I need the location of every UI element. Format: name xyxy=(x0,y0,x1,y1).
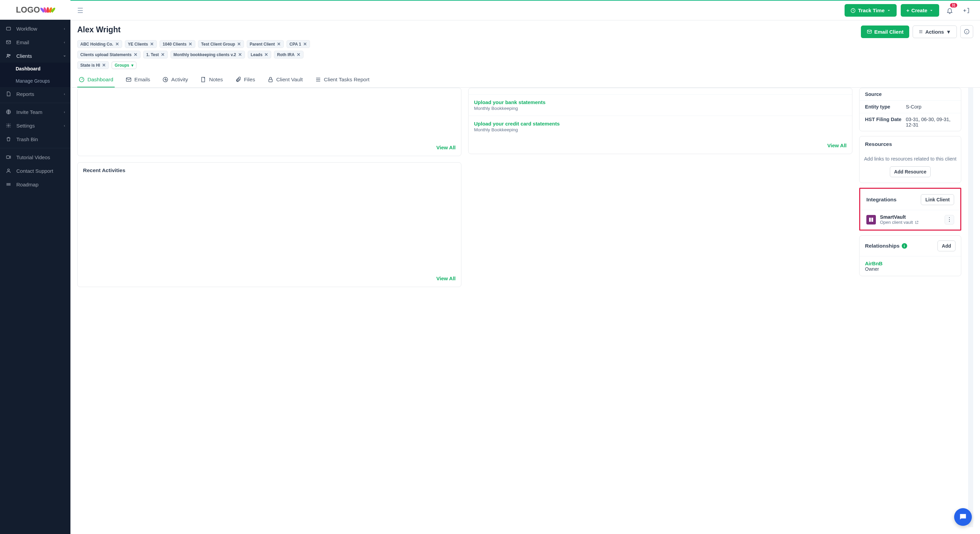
actions-dropdown[interactable]: Actions ▼ xyxy=(913,25,957,38)
integration-item[interactable]: SmartVault Open client vault ⋮ xyxy=(861,210,959,229)
tag-chip[interactable]: Clients upload Statements✕ xyxy=(77,51,140,59)
menu-toggle[interactable]: ☰ xyxy=(77,6,83,14)
clock-icon xyxy=(850,8,856,13)
tag-chip[interactable]: Parent Client✕ xyxy=(247,40,284,48)
nav-clients-manage-groups[interactable]: Manage Groups xyxy=(0,75,70,87)
view-all-link[interactable]: View All xyxy=(78,139,461,156)
nav-email[interactable]: Email ‹ xyxy=(0,35,70,49)
nav-clients[interactable]: Clients ‹ xyxy=(0,49,70,63)
scrollbar[interactable] xyxy=(968,88,973,527)
tag-chip[interactable]: YE Clients✕ xyxy=(125,40,157,48)
chat-widget[interactable] xyxy=(954,508,972,526)
gear-icon xyxy=(5,122,11,129)
info-icon[interactable]: i xyxy=(902,243,907,249)
topbar: ☰ Track Time + Create 31 xyxy=(70,1,980,21)
integration-sublink[interactable]: Open client vault xyxy=(880,220,940,225)
close-icon[interactable]: ✕ xyxy=(277,41,281,47)
external-link-icon xyxy=(915,220,919,224)
close-icon[interactable]: ✕ xyxy=(161,52,165,57)
close-icon[interactable]: ✕ xyxy=(297,52,301,57)
nav-clients-dashboard[interactable]: Dashboard xyxy=(0,63,70,75)
close-icon[interactable]: ✕ xyxy=(189,41,192,47)
close-icon[interactable]: ✕ xyxy=(115,41,119,47)
close-icon[interactable]: ✕ xyxy=(150,41,154,47)
relationship-item[interactable]: AirBnB Owner xyxy=(859,256,961,276)
nav-support[interactable]: Contact Support xyxy=(0,164,70,178)
email-client-button[interactable]: Email Client xyxy=(861,25,909,38)
detail-row: Source xyxy=(859,88,961,100)
nav-tutorial[interactable]: Tutorial Videos xyxy=(0,150,70,164)
link-client-button[interactable]: Link Client xyxy=(921,194,954,205)
globe-icon xyxy=(5,109,11,115)
detail-key: Source xyxy=(865,92,906,97)
tab-vault[interactable]: Client Vault xyxy=(266,72,304,87)
nav-label: Workflow xyxy=(16,26,37,32)
card-title: Resources xyxy=(859,137,961,152)
client-name: Alex Wright xyxy=(77,25,856,34)
nav-roadmap[interactable]: Roadmap xyxy=(0,178,70,191)
resources-hint: Add links to resources related to this c… xyxy=(859,152,961,166)
activity-icon xyxy=(162,76,169,83)
task-title: Upload your credit card statements xyxy=(474,121,846,127)
exit-icon xyxy=(963,7,970,14)
close-icon[interactable]: ✕ xyxy=(264,52,268,57)
tag-chip[interactable]: Roth IRA✕ xyxy=(274,51,303,59)
groups-dropdown[interactable]: Groups ▾ xyxy=(111,62,137,69)
recent-activities-card: Recent Activities View All xyxy=(77,162,461,287)
tab-tasks-report[interactable]: Client Tasks Report xyxy=(314,72,371,87)
logo[interactable]: LOGO xyxy=(0,0,70,20)
nav-invite-team[interactable]: Invite Team ‹ xyxy=(0,105,70,119)
nav-label: Invite Team xyxy=(16,109,42,115)
resources-card: Resources Add links to resources related… xyxy=(859,136,961,183)
close-icon[interactable]: ✕ xyxy=(303,41,307,47)
task-subtitle: Monthly Bookkeeping xyxy=(474,106,846,111)
nav-reports[interactable]: Reports ‹ xyxy=(0,87,70,101)
view-all-link[interactable]: View All xyxy=(78,270,461,287)
card-title: Recent Activities xyxy=(78,162,461,178)
close-icon[interactable]: ✕ xyxy=(134,52,137,57)
nav-workflow[interactable]: Workflow ‹ xyxy=(0,22,70,35)
tab-files[interactable]: Files xyxy=(234,72,256,87)
tag-chip[interactable]: 1. Test✕ xyxy=(143,51,168,59)
chevron-left-icon: ‹ xyxy=(64,27,65,30)
tag-chip[interactable]: State is HI✕ xyxy=(77,61,109,69)
create-button[interactable]: + Create xyxy=(901,4,939,17)
plus-icon: + xyxy=(907,8,910,13)
tag-chip[interactable]: Monthly bookkeeping clients v.2✕ xyxy=(170,51,245,59)
tag-chip[interactable]: Test Client Group✕ xyxy=(198,40,244,48)
nav-label: Email xyxy=(16,40,29,45)
integration-menu[interactable]: ⋮ xyxy=(945,215,954,224)
close-icon[interactable]: ✕ xyxy=(237,41,241,47)
info-button[interactable] xyxy=(960,25,973,38)
card-title: Integrations xyxy=(866,197,897,203)
view-all-link[interactable]: View All xyxy=(469,137,852,154)
tab-activity[interactable]: Activity xyxy=(161,72,189,87)
tab-notes[interactable]: Notes xyxy=(199,72,224,87)
relationships-card: Relationships i Add AirBnB Owner xyxy=(859,235,961,276)
detail-key: Entity type xyxy=(865,104,906,110)
track-time-button[interactable]: Track Time xyxy=(845,4,896,17)
add-relationship-button[interactable]: Add xyxy=(937,240,956,251)
nav-label: Contact Support xyxy=(16,168,53,174)
nav-trash[interactable]: Trash Bin xyxy=(0,132,70,146)
nav-settings[interactable]: Settings ‹ xyxy=(0,119,70,132)
notifications-button[interactable]: 31 xyxy=(943,4,956,17)
task-item[interactable]: Upload your credit card statements Month… xyxy=(469,116,852,137)
tag-chip[interactable]: 1040 Clients✕ xyxy=(159,40,195,48)
tag-chip[interactable]: CPA 1✕ xyxy=(286,40,310,48)
task-item[interactable]: Upload your bank statements Monthly Book… xyxy=(469,94,852,116)
close-icon[interactable]: ✕ xyxy=(102,63,106,68)
tab-dashboard[interactable]: Dashboard xyxy=(77,72,115,87)
people-icon xyxy=(5,53,11,59)
close-icon[interactable]: ✕ xyxy=(238,52,242,57)
chevron-down-icon xyxy=(929,8,933,13)
tag-chip[interactable]: ABC Holding Co.✕ xyxy=(77,40,122,48)
tag-chip[interactable]: Leads✕ xyxy=(248,51,272,59)
tab-emails[interactable]: Emails xyxy=(124,72,152,87)
nav-label: Roadmap xyxy=(16,182,38,188)
nav-label: Tutorial Videos xyxy=(16,154,50,160)
add-resource-button[interactable]: Add Resource xyxy=(890,166,931,177)
detail-val: 03-31, 06-30, 09-31, 12-31 xyxy=(906,117,956,127)
logout-button[interactable] xyxy=(960,4,973,17)
info-icon xyxy=(964,29,970,35)
